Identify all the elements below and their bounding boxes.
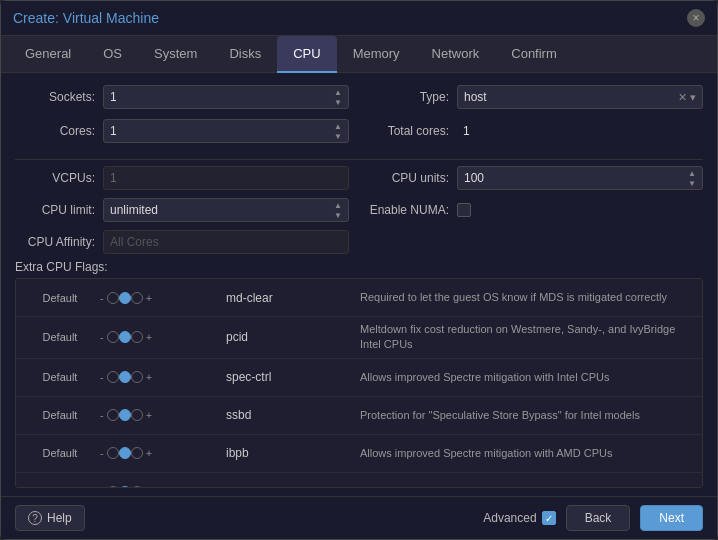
flag-default: Default (20, 409, 100, 421)
numa-checkbox-wrap (457, 203, 471, 217)
sockets-arrows[interactable]: ▲ ▼ (334, 88, 342, 107)
footer: ? Help Advanced ✓ Back Next (1, 496, 717, 539)
numa-checkbox[interactable] (457, 203, 471, 217)
flags-table[interactable]: Default - + md-clear Required to let the… (15, 278, 703, 488)
cores-input-wrap: 1 ▲ ▼ (103, 119, 349, 143)
footer-right: Advanced ✓ Back Next (483, 505, 703, 531)
tab-system[interactable]: System (138, 36, 213, 73)
cpu-limit-arrows[interactable]: ▲ ▼ (334, 201, 342, 220)
title-bar: Create: Virtual Machine × (1, 1, 717, 36)
flag-name: pcid (220, 330, 360, 344)
cpu-units-arrows[interactable]: ▲ ▼ (688, 169, 696, 188)
advanced-wrap: Advanced ✓ (483, 511, 555, 525)
flag-desc: Basis for "Speculative Store Bypass" pro… (360, 484, 698, 488)
dialog-title: Create: Virtual Machine (13, 10, 159, 26)
flag-default: Default (20, 486, 100, 488)
tab-general[interactable]: General (9, 36, 87, 73)
cores-spinner[interactable]: 1 ▲ ▼ (103, 119, 349, 143)
back-button[interactable]: Back (566, 505, 631, 531)
flag-row: Default - + ibpb Allows improved Spectre… (16, 435, 702, 473)
vcpus-input: 1 (103, 166, 349, 190)
cores-section: Cores: 1 ▲ ▼ Total cores: 1 (15, 119, 703, 143)
flag-row: Default - + ssbd Protection for "Specula… (16, 397, 702, 435)
type-label: Type: (369, 90, 449, 104)
flag-name: ibpb (220, 446, 360, 460)
advanced-checkbox[interactable]: ✓ (542, 511, 556, 525)
sockets-spinner[interactable]: 1 ▲ ▼ (103, 85, 349, 109)
help-button[interactable]: ? Help (15, 505, 85, 531)
flag-row: Default - + virt-ssbd Basis for "Specula… (16, 473, 702, 488)
tab-memory[interactable]: Memory (337, 36, 416, 73)
flag-row: Default - + md-clear Required to let the… (16, 279, 702, 317)
cpu-affinity-label: CPU Affinity: (15, 235, 95, 249)
tab-disks[interactable]: Disks (213, 36, 277, 73)
sockets-input-wrap: 1 ▲ ▼ (103, 85, 349, 109)
type-field: Type: host ✕ ▾ (369, 85, 703, 109)
tab-cpu[interactable]: CPU (277, 36, 336, 73)
cpu-limit-label: CPU limit: (15, 203, 95, 217)
vcpus-field: VCPUs: 1 (15, 166, 349, 190)
type-select[interactable]: host ✕ ▾ (457, 85, 703, 109)
extra-flags-label: Extra CPU Flags: (15, 260, 703, 274)
tab-bar: General OS System Disks CPU Memory Netwo… (1, 36, 717, 73)
total-cores-field: Total cores: 1 (369, 119, 703, 143)
flag-row: Default - + spec-ctrl Allows improved Sp… (16, 359, 702, 397)
flag-name: ssbd (220, 408, 360, 422)
help-icon: ? (28, 511, 42, 525)
cpu-units-spinner[interactable]: 100 ▲ ▼ (457, 166, 703, 190)
flag-desc: Protection for "Speculative Store Bypass… (360, 408, 698, 423)
cpu-limit-field: CPU limit: unlimited ▲ ▼ (15, 198, 349, 222)
flag-name: virt-ssbd (220, 485, 360, 488)
total-cores-label: Total cores: (369, 124, 449, 138)
content-area: Sockets: 1 ▲ ▼ Type: host ✕ (1, 73, 717, 496)
sockets-field: Sockets: 1 ▲ ▼ (15, 85, 349, 109)
flag-desc: Allows improved Spectre mitigation with … (360, 370, 698, 385)
tab-confirm[interactable]: Confirm (495, 36, 573, 73)
flag-default: Default (20, 292, 100, 304)
cores-field: Cores: 1 ▲ ▼ (15, 119, 349, 143)
cores-arrows[interactable]: ▲ ▼ (334, 122, 342, 141)
flag-default: Default (20, 447, 100, 459)
flag-desc: Meltdown fix cost reduction on Westmere,… (360, 322, 698, 353)
vcpu-section: VCPUs: 1 CPU units: 100 ▲ ▼ (15, 166, 703, 254)
flag-name: spec-ctrl (220, 370, 360, 384)
cpu-affinity-field: CPU Affinity: All Cores (15, 230, 349, 254)
next-button[interactable]: Next (640, 505, 703, 531)
flag-desc: Allows improved Spectre mitigation with … (360, 446, 698, 461)
cpu-units-field: CPU units: 100 ▲ ▼ (369, 166, 703, 190)
flag-toggle[interactable]: - + (100, 447, 220, 459)
cpu-affinity-input[interactable]: All Cores (103, 230, 349, 254)
cpu-limit-input[interactable]: unlimited ▲ ▼ (103, 198, 349, 222)
flag-toggle[interactable]: - + (100, 486, 220, 488)
tab-os[interactable]: OS (87, 36, 138, 73)
flag-toggle[interactable]: - + (100, 371, 220, 383)
close-button[interactable]: × (687, 9, 705, 27)
flag-default: Default (20, 371, 100, 383)
enable-numa-field: Enable NUMA: (369, 198, 703, 222)
enable-numa-label: Enable NUMA: (369, 203, 449, 217)
tab-network[interactable]: Network (416, 36, 496, 73)
cores-label: Cores: (15, 124, 95, 138)
type-input-wrap: host ✕ ▾ (457, 85, 703, 109)
total-cores-value: 1 (457, 121, 476, 141)
sockets-type-section: Sockets: 1 ▲ ▼ Type: host ✕ (15, 85, 703, 109)
vcpus-label: VCPUs: (15, 171, 95, 185)
sockets-label: Sockets: (15, 90, 95, 104)
flag-desc: Required to let the guest OS know if MDS… (360, 290, 698, 305)
flag-toggle[interactable]: - + (100, 292, 220, 304)
create-vm-dialog: Create: Virtual Machine × General OS Sys… (0, 0, 718, 540)
flag-toggle[interactable]: - + (100, 409, 220, 421)
type-clear-icon[interactable]: ✕ ▾ (678, 91, 696, 104)
cpu-units-label: CPU units: (369, 171, 449, 185)
flag-toggle[interactable]: - + (100, 331, 220, 343)
flag-default: Default (20, 331, 100, 343)
divider-1 (15, 159, 703, 160)
flag-name: md-clear (220, 291, 360, 305)
flag-row: Default - + pcid Meltdown fix cost reduc… (16, 317, 702, 359)
